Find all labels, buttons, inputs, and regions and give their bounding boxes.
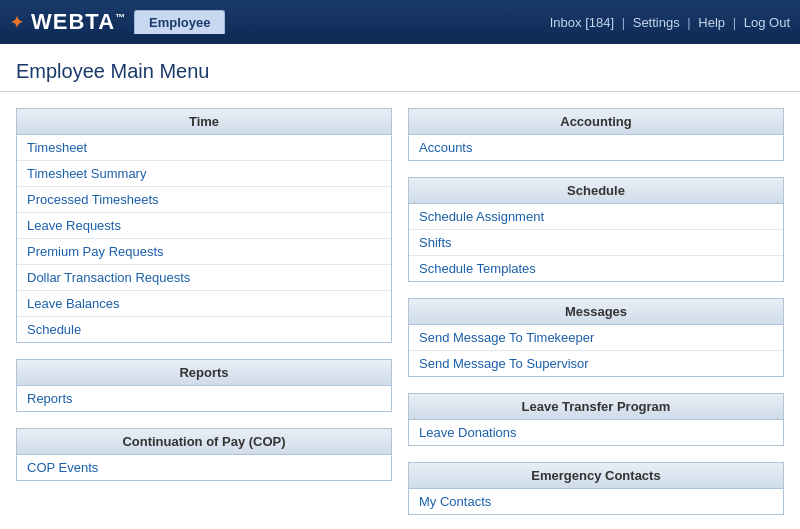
list-item: Shifts [409,230,783,256]
section-messages: Messages Send Message To Timekeeper Send… [408,298,784,377]
list-item: My Contacts [409,489,783,514]
premium-pay-requests-link[interactable]: Premium Pay Requests [27,244,164,259]
cop-events-link[interactable]: COP Events [27,460,98,475]
accounts-link[interactable]: Accounts [419,140,472,155]
section-emergency-contacts: Emergency Contacts My Contacts [408,462,784,515]
list-item: Send Message To Supervisor [409,351,783,376]
list-item: Timesheet Summary [17,161,391,187]
section-emergency-contacts-header: Emergency Contacts [409,463,783,489]
section-schedule-header: Schedule [409,178,783,204]
page-title: Employee Main Menu [16,60,784,83]
leave-requests-link[interactable]: Leave Requests [27,218,121,233]
section-reports-header: Reports [17,360,391,386]
separator-3: | [733,15,736,30]
left-column: Time Timesheet Timesheet Summary Process… [16,108,392,515]
separator-1: | [622,15,625,30]
list-item: Send Message To Timekeeper [409,325,783,351]
schedule-assignment-link[interactable]: Schedule Assignment [419,209,544,224]
send-message-timekeeper-link[interactable]: Send Message To Timekeeper [419,330,594,345]
dollar-transaction-requests-link[interactable]: Dollar Transaction Requests [27,270,190,285]
settings-link[interactable]: Settings [633,15,680,30]
section-accounting-header: Accounting [409,109,783,135]
schedule-templates-link[interactable]: Schedule Templates [419,261,536,276]
list-item: Schedule [17,317,391,342]
header: ✦ WEBTA™ Employee Inbox [184] | Settings… [0,0,800,44]
reports-link[interactable]: Reports [27,391,73,406]
list-item: Schedule Assignment [409,204,783,230]
list-item: Premium Pay Requests [17,239,391,265]
list-item: Leave Balances [17,291,391,317]
list-item: Schedule Templates [409,256,783,281]
send-message-supervisor-link[interactable]: Send Message To Supervisor [419,356,589,371]
list-item: Leave Requests [17,213,391,239]
page-title-area: Employee Main Menu [0,44,800,92]
help-link[interactable]: Help [698,15,725,30]
leave-balances-link[interactable]: Leave Balances [27,296,120,311]
main-content: Time Timesheet Timesheet Summary Process… [0,108,800,529]
list-item: Reports [17,386,391,411]
logo-text: WEBTA™ [31,9,126,35]
section-cop: Continuation of Pay (COP) COP Events [16,428,392,481]
processed-timesheets-link[interactable]: Processed Timesheets [27,192,159,207]
logout-link[interactable]: Log Out [744,15,790,30]
list-item: Processed Timesheets [17,187,391,213]
separator-2: | [687,15,690,30]
list-item: Dollar Transaction Requests [17,265,391,291]
my-contacts-link[interactable]: My Contacts [419,494,491,509]
list-item: Timesheet [17,135,391,161]
leave-donations-link[interactable]: Leave Donations [419,425,517,440]
inbox-link[interactable]: Inbox [184] [550,15,614,30]
list-item: Leave Donations [409,420,783,445]
shifts-link[interactable]: Shifts [419,235,452,250]
schedule-link[interactable]: Schedule [27,322,81,337]
right-column: Accounting Accounts Schedule Schedule As… [408,108,784,515]
section-time: Time Timesheet Timesheet Summary Process… [16,108,392,343]
timesheet-summary-link[interactable]: Timesheet Summary [27,166,146,181]
section-time-header: Time [17,109,391,135]
list-item: COP Events [17,455,391,480]
list-item: Accounts [409,135,783,160]
header-right: Inbox [184] | Settings | Help | Log Out [550,15,790,30]
logo-area: ✦ WEBTA™ Employee [10,9,225,35]
section-schedule: Schedule Schedule Assignment Shifts Sche… [408,177,784,282]
section-accounting: Accounting Accounts [408,108,784,161]
timesheet-link[interactable]: Timesheet [27,140,87,155]
section-cop-header: Continuation of Pay (COP) [17,429,391,455]
nav-employee-button[interactable]: Employee [134,10,225,34]
section-messages-header: Messages [409,299,783,325]
section-leave-transfer-header: Leave Transfer Program [409,394,783,420]
logo-icon: ✦ [10,13,23,32]
section-reports: Reports Reports [16,359,392,412]
section-leave-transfer: Leave Transfer Program Leave Donations [408,393,784,446]
